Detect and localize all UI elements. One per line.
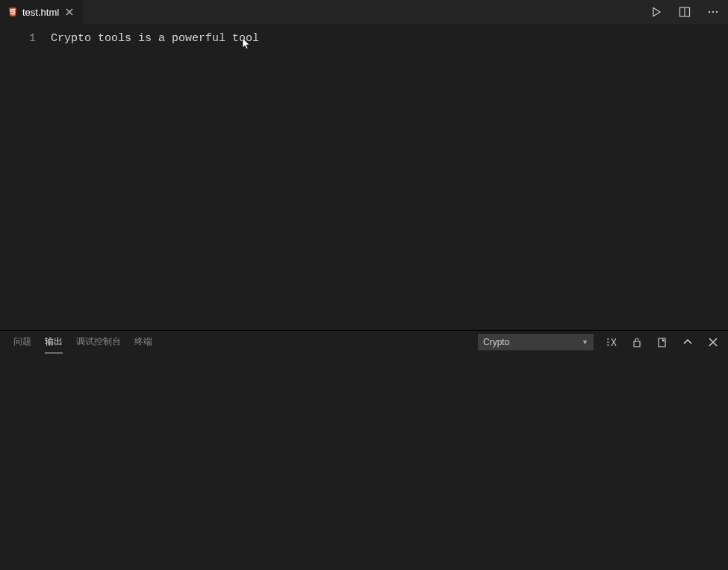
tab-terminal[interactable]: 终端 [134, 331, 152, 353]
bottom-panel: 问题 输出 调试控制台 终端 Crypto ▼ [0, 330, 728, 570]
svg-rect-5 [634, 341, 640, 347]
file-tab[interactable]: test.html [0, 0, 84, 24]
chevron-down-icon: ▼ [582, 338, 588, 346]
html5-icon [7, 7, 18, 17]
code-area[interactable]: Crypto tools is a powerful tool [51, 24, 728, 330]
output-channel-value: Crypto [483, 337, 509, 347]
maximize-panel-icon[interactable] [680, 335, 695, 350]
tab-bar: test.html [0, 0, 728, 24]
panel-header: 问题 输出 调试控制台 终端 Crypto ▼ [0, 331, 728, 353]
svg-point-3 [712, 11, 714, 13]
panel-actions: Crypto ▼ [478, 334, 721, 350]
line-number-gutter: 1 [0, 24, 51, 330]
code-line: Crypto tools is a powerful tool [51, 31, 728, 46]
output-body[interactable] [0, 353, 728, 570]
run-icon[interactable] [649, 4, 664, 19]
tab-bar-actions [641, 0, 728, 24]
close-panel-icon[interactable] [706, 335, 721, 350]
close-icon[interactable] [63, 6, 75, 18]
svg-point-4 [716, 11, 718, 13]
svg-rect-6 [659, 338, 665, 347]
svg-point-2 [709, 11, 710, 13]
tab-output[interactable]: 输出 [45, 331, 63, 353]
tab-problems[interactable]: 问题 [13, 331, 31, 353]
panel-tabs: 问题 输出 调试控制台 终端 [13, 331, 152, 353]
clear-output-icon[interactable] [604, 335, 619, 350]
split-editor-icon[interactable] [677, 4, 692, 19]
tab-debug-console[interactable]: 调试控制台 [76, 331, 121, 353]
line-number: 1 [0, 31, 36, 46]
editor: 1 Crypto tools is a powerful tool [0, 24, 728, 330]
output-channel-select[interactable]: Crypto ▼ [478, 334, 594, 350]
tab-label: test.html [22, 7, 59, 18]
lock-open-icon[interactable] [629, 335, 644, 350]
open-log-icon[interactable] [655, 335, 670, 350]
more-icon[interactable] [706, 4, 721, 19]
